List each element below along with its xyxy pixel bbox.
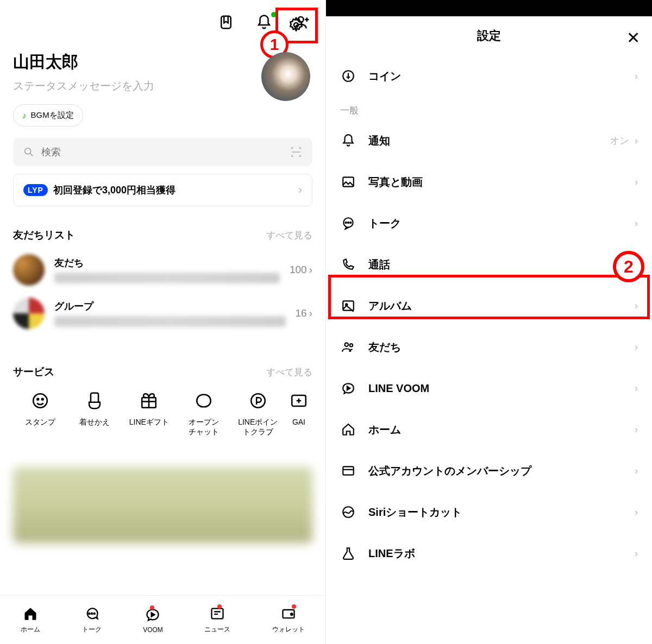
- friends-see-all[interactable]: すべて見る: [266, 229, 312, 242]
- voom-icon: [340, 380, 356, 396]
- status-bar: [326, 0, 652, 16]
- bgm-button[interactable]: ♪ BGMを設定: [13, 104, 83, 127]
- gear-icon[interactable]: [287, 16, 306, 35]
- smile-icon: [13, 390, 67, 412]
- category-general: 一般: [326, 97, 652, 120]
- tab-talk[interactable]: トーク: [82, 605, 102, 634]
- service-label: スタンプ: [13, 417, 67, 427]
- row-label: ホーム: [368, 422, 401, 437]
- promo-text: 初回登録で3,000円相当獲得: [53, 184, 175, 197]
- service-openchat[interactable]: オープン チャット: [177, 390, 231, 437]
- service-label: 着せかえ: [67, 417, 122, 427]
- home-screen: 1 山田太郎 ステータスメッセージを入力 ♪ BGMを設定 LYP: [0, 0, 326, 644]
- tab-home[interactable]: ホーム: [21, 605, 40, 634]
- bookmark-icon[interactable]: [218, 14, 236, 33]
- service-theme[interactable]: 着せかえ: [67, 390, 122, 437]
- friends-row[interactable]: 友だち 100›: [13, 254, 312, 286]
- chevron-right-icon: ›: [635, 218, 638, 229]
- tab-label: ウォレット: [272, 625, 305, 634]
- bgm-label: BGMを設定: [31, 110, 74, 121]
- settings-header: 設定 ✕: [326, 16, 652, 55]
- promo-banner[interactable]: [13, 467, 312, 543]
- close-icon[interactable]: ✕: [626, 28, 640, 47]
- qr-scan-icon[interactable]: [290, 146, 303, 159]
- chevron-right-icon: ›: [635, 342, 638, 353]
- svg-point-26: [350, 344, 353, 346]
- row-siri[interactable]: Siriショートカット ›: [326, 491, 652, 533]
- svg-rect-27: [343, 466, 354, 475]
- badge-dot-icon: [292, 604, 296, 609]
- tab-news[interactable]: ニュース: [204, 605, 230, 634]
- service-stamp[interactable]: スタンプ: [13, 390, 67, 437]
- chevron-right-icon: ›: [635, 176, 638, 188]
- row-label: トーク: [368, 216, 401, 231]
- lyp-badge: LYP: [23, 184, 48, 196]
- services-section: サービス すべて見る スタンプ 着せかえ LINEギフト オー: [13, 365, 312, 437]
- row-value: オン: [610, 134, 629, 147]
- service-label: LINEポイン トクラブ: [231, 417, 285, 437]
- row-home[interactable]: ホーム ›: [326, 409, 652, 450]
- groups-row-label: グループ: [54, 300, 286, 313]
- row-coin[interactable]: コイン ›: [326, 55, 652, 97]
- profile-block: 山田太郎 ステータスメッセージを入力 ♪ BGMを設定: [13, 51, 312, 127]
- row-label: Siriショートカット: [368, 505, 462, 520]
- chevron-right-icon: ›: [635, 507, 638, 518]
- row-label: 友だち: [368, 340, 401, 355]
- tab-label: ニュース: [204, 625, 230, 634]
- svg-point-11: [89, 613, 90, 614]
- phone-icon: [340, 256, 356, 273]
- svg-point-12: [91, 613, 92, 614]
- point-icon: [231, 390, 285, 412]
- svg-point-2: [294, 23, 298, 27]
- service-label: オープン チャット: [177, 417, 231, 437]
- friends-count: 100: [290, 264, 307, 276]
- row-photos[interactable]: 写真と動画 ›: [326, 161, 652, 203]
- chevron-right-icon: ›: [635, 71, 638, 82]
- row-label: LINEラボ: [368, 546, 415, 561]
- home-icon: [23, 605, 38, 622]
- row-label: コイン: [368, 69, 401, 84]
- services-see-all[interactable]: すべて見る: [266, 366, 312, 378]
- search-input[interactable]: [41, 147, 150, 158]
- avatar[interactable]: [261, 52, 310, 101]
- chevron-right-icon: ›: [309, 264, 312, 276]
- chat-icon: [340, 215, 356, 231]
- svg-point-13: [93, 613, 95, 614]
- search-field[interactable]: [13, 138, 312, 166]
- lyp-promo[interactable]: LYP 初回登録で3,000円相当獲得 ›: [13, 174, 312, 206]
- chevron-right-icon: ›: [635, 424, 638, 435]
- svg-rect-8: [197, 395, 211, 407]
- tab-label: ホーム: [21, 625, 40, 634]
- row-talk[interactable]: トーク ›: [326, 203, 652, 244]
- row-lab[interactable]: LINEラボ ›: [326, 533, 652, 574]
- row-notifications[interactable]: 通知 オン›: [326, 120, 652, 161]
- people-icon: [340, 339, 356, 355]
- groups-row[interactable]: グループ 16›: [13, 298, 312, 329]
- tab-voom[interactable]: VOOM: [143, 607, 163, 634]
- chevron-right-icon: ›: [635, 383, 638, 394]
- svg-point-4: [33, 394, 47, 408]
- services-title: サービス: [13, 365, 54, 379]
- row-friends[interactable]: 友だち ›: [326, 326, 652, 368]
- home-icon: [340, 421, 356, 438]
- svg-point-5: [37, 399, 39, 400]
- svg-point-21: [348, 222, 349, 223]
- blurred-text: [54, 316, 286, 327]
- friends-avatar-icon: [13, 254, 45, 286]
- service-label: LINEギフト: [122, 417, 176, 427]
- settings-title: 設定: [477, 28, 501, 44]
- groups-count: 16: [296, 307, 307, 319]
- svg-point-9: [251, 394, 265, 408]
- row-membership[interactable]: 公式アカウントのメンバーシップ ›: [326, 450, 652, 491]
- service-more[interactable]: GAI: [285, 390, 312, 437]
- tab-wallet[interactable]: ウォレット: [272, 605, 305, 634]
- row-voom[interactable]: LINE VOOM ›: [326, 368, 652, 409]
- row-label: 公式アカウントのメンバーシップ: [368, 464, 531, 478]
- brush-icon: [67, 390, 122, 412]
- service-points[interactable]: LINEポイン トクラブ: [231, 390, 285, 437]
- image-icon: [340, 174, 356, 190]
- music-note-icon: ♪: [22, 111, 27, 120]
- service-gift[interactable]: LINEギフト: [122, 390, 176, 437]
- search-icon: [23, 146, 35, 158]
- bell-icon[interactable]: [256, 14, 274, 33]
